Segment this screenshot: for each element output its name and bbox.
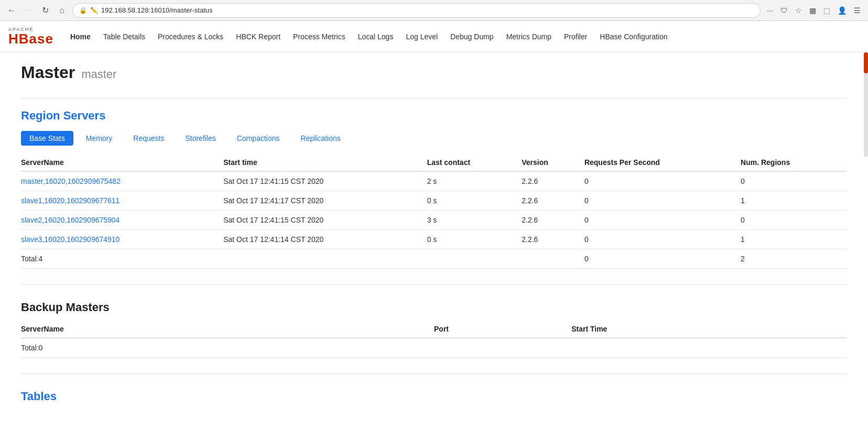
nav-item-profiler[interactable]: Profiler — [558, 28, 593, 45]
cell-last-contact: 0 s — [427, 191, 522, 211]
navbar: APACHE HBase Home Table Details Procedur… — [0, 21, 868, 52]
nav-link-table-details[interactable]: Table Details — [97, 28, 151, 45]
nav-item-procedures-locks[interactable]: Procedures & Locks — [151, 28, 230, 45]
region-servers-title: Region Servers — [21, 109, 847, 123]
nav-item-log-level[interactable]: Log Level — [399, 28, 444, 45]
nav-link-local-logs[interactable]: Local Logs — [352, 28, 400, 45]
cell-requests: 0 — [584, 211, 741, 230]
nav-item-debug-dump[interactable]: Debug Dump — [444, 28, 500, 45]
nav-item-process-metrics[interactable]: Process Metrics — [287, 28, 352, 45]
cell-requests: 0 — [584, 171, 741, 191]
server-link[interactable]: master,16020,1602909675482 — [21, 177, 121, 185]
cell-version: 2.2.6 — [522, 211, 584, 230]
cell-start-time: Sat Oct 17 12:41:15 CST 2020 — [223, 171, 427, 191]
tab-requests[interactable]: Requests — [125, 131, 172, 146]
cell-start-time: Sat Oct 17 12:41:14 CST 2020 — [223, 230, 427, 249]
nav-item-hbck-report[interactable]: HBCK Report — [230, 28, 287, 45]
col-server-name: ServerName — [21, 154, 223, 171]
nav-link-process-metrics[interactable]: Process Metrics — [287, 28, 352, 45]
table-header-row: ServerName Start time Last contact Versi… — [21, 154, 847, 171]
master-subtitle: master — [81, 68, 116, 81]
nav-link-log-level[interactable]: Log Level — [399, 28, 444, 45]
cell-server-name: slave1,16020,1602909677611 — [21, 191, 223, 211]
backup-total-row: Total:0 — [21, 338, 847, 358]
master-heading: Master master — [21, 63, 847, 82]
nav-link-metrics-dump[interactable]: Metrics Dump — [500, 28, 558, 45]
total-row: Total:4 0 2 — [21, 249, 847, 269]
nav-link-debug-dump[interactable]: Debug Dump — [444, 28, 500, 45]
col-version: Version — [522, 154, 584, 171]
cell-version: 2.2.6 — [522, 191, 584, 211]
divider-3 — [21, 373, 847, 374]
nav-link-home[interactable]: Home — [64, 28, 97, 45]
tab-memory[interactable]: Memory — [78, 131, 121, 146]
reload-button[interactable]: ↻ — [39, 4, 51, 17]
nav-item-hbase-config[interactable]: HBase Configuration — [593, 28, 674, 45]
total-regions: 2 — [741, 249, 847, 269]
shield-button[interactable]: 🛡 — [778, 4, 790, 17]
scroll-thumb — [864, 52, 868, 73]
nav-item-metrics-dump[interactable]: Metrics Dump — [500, 28, 558, 45]
nav-item-table-details[interactable]: Table Details — [97, 28, 151, 45]
server-link[interactable]: slave3,16020,1602909674910 — [21, 235, 120, 244]
back-button[interactable]: ← — [5, 4, 18, 17]
tables-section: Tables — [21, 390, 847, 403]
cell-requests: 0 — [584, 230, 741, 249]
nav-link-hbase-config[interactable]: HBase Configuration — [593, 28, 674, 45]
tab-storefiles[interactable]: Storefiles — [177, 131, 224, 146]
scroll-indicator — [864, 52, 868, 157]
tab-compactions[interactable]: Compactions — [229, 131, 288, 146]
backup-total-port — [434, 338, 571, 358]
nav-item-local-logs[interactable]: Local Logs — [352, 28, 400, 45]
backup-masters-table: ServerName Port Start Time Total:0 — [21, 321, 847, 358]
cell-num-regions: 0 — [741, 171, 847, 191]
menu-button[interactable]: ☰ — [852, 4, 863, 17]
region-servers-table: ServerName Start time Last contact Versi… — [21, 154, 847, 269]
server-link[interactable]: slave2,16020,1602909675904 — [21, 216, 120, 224]
nav-link-profiler[interactable]: Profiler — [558, 28, 593, 45]
backup-col-port: Port — [434, 321, 571, 338]
tab-replications[interactable]: Replications — [292, 131, 349, 146]
table-row: slave2,16020,1602909675904 Sat Oct 17 12… — [21, 211, 847, 230]
cell-server-name: slave2,16020,1602909675904 — [21, 211, 223, 230]
nav-link-hbck-report[interactable]: HBCK Report — [230, 28, 287, 45]
tab-base-stats[interactable]: Base Stats — [21, 131, 73, 146]
browser-menu-area: ··· 🛡 ☆ ▦ ⬚ 👤 ☰ — [765, 4, 863, 17]
cell-start-time: Sat Oct 17 12:41:15 CST 2020 — [223, 211, 427, 230]
backup-masters-title: Backup Masters — [21, 301, 847, 314]
region-servers-section: Region Servers Base Stats Memory Request… — [21, 109, 847, 269]
backup-masters-section: Backup Masters ServerName Port Start Tim… — [21, 301, 847, 358]
account-button[interactable]: 👤 — [836, 4, 849, 17]
total-start-time — [223, 249, 427, 269]
cell-num-regions: 0 — [741, 211, 847, 230]
nav-item-home[interactable]: Home — [64, 28, 97, 45]
star-button[interactable]: ☆ — [793, 4, 804, 17]
divider-1 — [21, 98, 847, 98]
tab-bar: Base Stats Memory Requests Storefiles Co… — [21, 131, 847, 146]
cell-version: 2.2.6 — [522, 171, 584, 191]
cell-last-contact: 0 s — [427, 230, 522, 249]
hbase-logo: APACHE HBase — [8, 27, 53, 46]
hbase-text: HBase — [8, 32, 53, 46]
cell-server-name: master,16020,1602909675482 — [21, 171, 223, 191]
backup-col-start-time: Start Time — [571, 321, 847, 338]
total-requests: 0 — [584, 249, 741, 269]
url-input[interactable]: 192.168.58.128:16010/master-status — [101, 6, 754, 14]
total-label: Total:4 — [21, 249, 223, 269]
brand: APACHE HBase — [8, 27, 53, 46]
nav-link-procedures-locks[interactable]: Procedures & Locks — [151, 28, 230, 45]
server-link[interactable]: slave1,16020,1602909677611 — [21, 196, 120, 205]
table-row: master,16020,1602909675482 Sat Oct 17 12… — [21, 171, 847, 191]
forward-button[interactable]: → — [22, 4, 35, 17]
backup-total-label: Total:0 — [21, 338, 434, 358]
tabs-button[interactable]: ▦ — [807, 4, 818, 17]
home-button[interactable]: ⌂ — [56, 4, 68, 17]
more-button[interactable]: ··· — [765, 4, 775, 17]
table-row: slave3,16020,1602909674910 Sat Oct 17 12… — [21, 230, 847, 249]
address-bar: 🔒 ✏️ 192.168.58.128:16010/master-status — [72, 3, 761, 18]
security-icon: 🔒 — [79, 7, 87, 14]
col-requests-per-second: Requests Per Second — [584, 154, 741, 171]
cell-num-regions: 1 — [741, 191, 847, 211]
sidebar-button[interactable]: ⬚ — [821, 4, 832, 17]
page-title: Master — [21, 63, 75, 82]
